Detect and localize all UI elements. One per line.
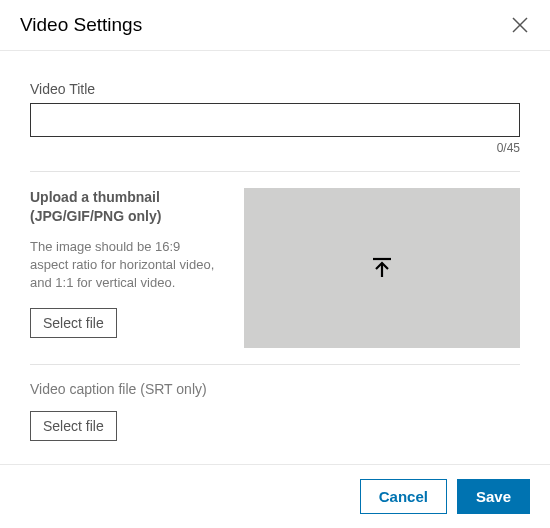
cancel-button[interactable]: Cancel — [360, 479, 447, 514]
thumbnail-preview[interactable] — [244, 188, 520, 348]
dialog-title: Video Settings — [20, 14, 142, 36]
video-title-input[interactable] — [30, 103, 520, 137]
divider — [30, 364, 520, 365]
caption-section: Video caption file (SRT only) Select fil… — [30, 381, 520, 441]
dialog-header: Video Settings — [0, 0, 550, 51]
thumbnail-title: Upload a thumbnail (JPG/GIF/PNG only) — [30, 188, 220, 226]
save-button[interactable]: Save — [457, 479, 530, 514]
dialog-content: Video Title 0/45 Upload a thumbnail (JPG… — [0, 51, 550, 461]
caption-label: Video caption file (SRT only) — [30, 381, 520, 397]
thumbnail-select-file-button[interactable]: Select file — [30, 308, 117, 338]
divider — [30, 171, 520, 172]
thumbnail-info: Upload a thumbnail (JPG/GIF/PNG only) Th… — [30, 188, 220, 338]
upload-icon — [369, 255, 395, 281]
thumbnail-section: Upload a thumbnail (JPG/GIF/PNG only) Th… — [30, 188, 520, 348]
thumbnail-description: The image should be 16:9 aspect ratio fo… — [30, 238, 220, 293]
video-title-counter: 0/45 — [30, 141, 520, 155]
close-icon — [511, 16, 529, 34]
video-title-label: Video Title — [30, 81, 520, 97]
caption-select-file-button[interactable]: Select file — [30, 411, 117, 441]
close-button[interactable] — [510, 15, 530, 35]
dialog-footer: Cancel Save — [0, 464, 550, 528]
